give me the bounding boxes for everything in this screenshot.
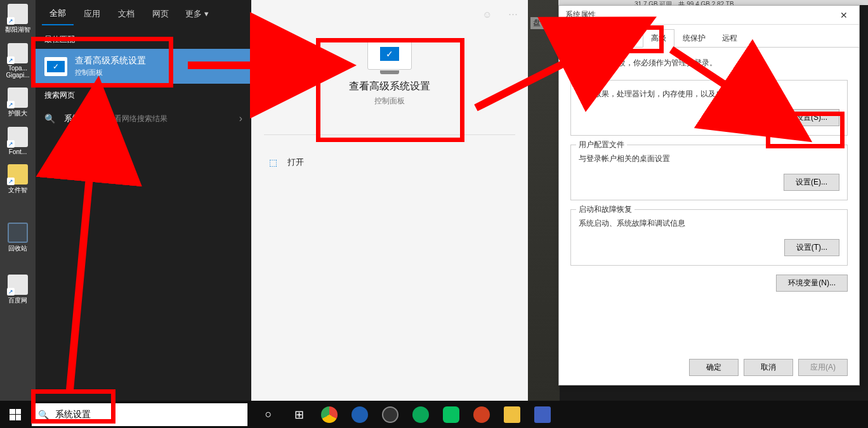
desktop-icon[interactable]: ↗ 鄱阳湖智 bbox=[0, 1, 36, 41]
desktop-icon[interactable]: ↗ Topa... Gigapi... bbox=[0, 41, 36, 85]
search-tab-more[interactable]: 更多 ▾ bbox=[179, 3, 215, 25]
web-search-result[interactable]: 🔍 系统设置 - 查看网络搜索结果 › bbox=[36, 105, 251, 132]
system-settings-icon: ✓ bbox=[44, 57, 67, 76]
search-tab-all[interactable]: 全部 bbox=[42, 3, 74, 25]
desktop-icon-label: 护眼大 bbox=[8, 109, 27, 118]
taskbar-pinned-apps: ○ ⊞ bbox=[254, 401, 557, 428]
environment-variables-button[interactable]: 环境变量(N)... bbox=[776, 275, 848, 292]
user-profile-desc: 与登录帐户相关的桌面设置 bbox=[579, 153, 839, 165]
file-icon: ↗ bbox=[8, 43, 28, 63]
taskbar-search-box[interactable]: 🔍 bbox=[32, 403, 247, 426]
drive-label: 盘 (E:) bbox=[530, 17, 558, 29]
app-icon[interactable] bbox=[528, 401, 557, 428]
dialog-titlebar[interactable]: 系统属性 ✕ bbox=[559, 6, 859, 25]
desktop-background-peek bbox=[528, 0, 560, 401]
desktop-icon-label: 百度网 bbox=[8, 296, 27, 305]
taskbar: 🔍 ○ ⊞ bbox=[0, 401, 868, 428]
search-header-actions: ☺ ⋯ bbox=[478, 5, 522, 23]
tab-computer-name[interactable]: 计算机名 bbox=[564, 29, 611, 48]
task-view-icon[interactable]: ⊞ bbox=[284, 401, 313, 428]
startup-recovery-desc: 系统启动、系统故障和调试信息 bbox=[579, 217, 839, 230]
startup-recovery-fieldset: 启动和故障恢复 系统启动、系统故障和调试信息 设置(T)... bbox=[570, 209, 848, 265]
apply-button[interactable]: 应用(A) bbox=[798, 359, 848, 376]
startup-recovery-settings-button[interactable]: 设置(T)... bbox=[784, 239, 839, 256]
dialog-footer: 确定 取消 应用(A) bbox=[689, 359, 848, 376]
best-match-subtitle: 控制面板 bbox=[75, 68, 146, 77]
cancel-button[interactable]: 取消 bbox=[744, 359, 793, 376]
search-icon: 🔍 bbox=[44, 113, 55, 124]
app-icon[interactable] bbox=[467, 401, 496, 428]
tab-hardware[interactable]: 硬件 bbox=[611, 29, 643, 48]
explorer-top-strip: 31.7 GB 可用，共 99.4 GB 2.82 TB bbox=[558, 0, 868, 5]
dialog-title: 系统属性 bbox=[565, 10, 596, 20]
cortana-icon[interactable]: ○ bbox=[254, 401, 283, 428]
tab-advanced[interactable]: 高级 bbox=[643, 29, 674, 48]
search-tab-web[interactable]: 网页 bbox=[145, 3, 176, 25]
performance-settings-button[interactable]: 设置(S)... bbox=[784, 109, 839, 126]
more-options-icon[interactable]: ⋯ bbox=[504, 5, 522, 23]
tab-system-protection[interactable]: 统保护 bbox=[674, 29, 714, 48]
search-filter-tabs: 全部 应用 文档 网页 更多 ▾ bbox=[36, 0, 251, 28]
app-icon[interactable] bbox=[406, 401, 435, 428]
user-profile-legend: 用户配置文件 bbox=[576, 139, 627, 150]
performance-fieldset: 性能 视觉效果，处理器计划，内存使用，以及虚 设置(S)... bbox=[570, 80, 848, 136]
start-button[interactable] bbox=[0, 401, 30, 428]
performance-legend: 性能 bbox=[576, 75, 596, 86]
file-icon: ↗ bbox=[8, 88, 28, 108]
close-button[interactable]: ✕ bbox=[831, 7, 857, 23]
file-explorer-icon[interactable] bbox=[497, 401, 527, 428]
best-match-text: 查看高级系统设置 控制面板 bbox=[75, 55, 146, 77]
desktop-icon[interactable]: ↗ 文件智 bbox=[0, 162, 36, 201]
feedback-icon[interactable]: ☺ bbox=[478, 5, 496, 23]
start-search-panel: 全部 应用 文档 网页 更多 ▾ ☺ ⋯ 最佳匹配 ✓ 查看高级系统设置 控制面… bbox=[36, 0, 528, 401]
search-tab-docs[interactable]: 文档 bbox=[110, 3, 142, 25]
best-match-title: 查看高级系统设置 bbox=[75, 55, 146, 67]
search-icon: 🔍 bbox=[38, 410, 49, 420]
desktop-icon[interactable]: ↗ 护眼大 bbox=[0, 85, 36, 124]
file-icon: ↗ bbox=[8, 4, 28, 24]
section-web-title: 搜索网页 bbox=[36, 84, 251, 105]
taskbar-search-input[interactable] bbox=[55, 410, 241, 420]
desktop-icon-label: Gigapi... bbox=[6, 72, 29, 79]
desktop-icon-label: 鄱阳湖智 bbox=[5, 25, 30, 34]
desktop-icon-label: 文件智 bbox=[8, 186, 27, 195]
ok-button[interactable]: 确定 bbox=[689, 359, 739, 376]
app-icon[interactable] bbox=[345, 401, 374, 428]
tab-remote[interactable]: 远程 bbox=[714, 29, 746, 48]
wechat-icon[interactable] bbox=[437, 401, 466, 428]
desktop-icon-label: Font... bbox=[9, 148, 27, 155]
system-properties-dialog: 系统属性 ✕ 计算机名 硬件 高级 统保护 远程 要 行大多数更改，你必须作为管… bbox=[558, 5, 860, 386]
admin-note: 要 行大多数更改，你必须作为管理员登录。 bbox=[570, 58, 848, 68]
startup-recovery-legend: 启动和故障恢复 bbox=[576, 204, 635, 215]
more-label: 更多 bbox=[185, 9, 202, 18]
action-open-label: 打开 bbox=[287, 157, 304, 168]
desktop-icon-recycle-bin[interactable]: 回收站 bbox=[0, 220, 36, 259]
sysprops-tabs: 计算机名 硬件 高级 统保护 远程 bbox=[559, 25, 859, 48]
file-icon: ↗ bbox=[8, 127, 28, 147]
sysprops-body: 要 行大多数更改，你必须作为管理员登录。 性能 视觉效果，处理器计划，内存使用，… bbox=[559, 48, 859, 302]
desktop-icon[interactable]: ↗ 百度网 bbox=[0, 272, 36, 311]
folder-icon: ↗ bbox=[8, 164, 28, 185]
desktop-icon-label: Topa... bbox=[8, 65, 27, 72]
user-profile-fieldset: 用户配置文件 与登录帐户相关的桌面设置 设置(E)... bbox=[570, 145, 848, 200]
divider bbox=[264, 134, 515, 135]
open-icon: ⬚ bbox=[269, 157, 277, 167]
recycle-bin-icon bbox=[8, 223, 28, 243]
desktop: ↗ 鄱阳湖智 ↗ Topa... Gigapi... ↗ 护眼大 ↗ Font.… bbox=[0, 0, 36, 401]
search-tab-apps[interactable]: 应用 bbox=[76, 3, 108, 25]
windows-logo-icon bbox=[10, 409, 21, 420]
user-profile-settings-button[interactable]: 设置(E)... bbox=[784, 174, 839, 191]
desktop-icon-label: 回收站 bbox=[8, 244, 27, 253]
media-player-icon[interactable] bbox=[376, 401, 405, 428]
search-results-column: 全部 应用 文档 网页 更多 ▾ ☺ ⋯ 最佳匹配 ✓ 查看高级系统设置 控制面… bbox=[36, 0, 251, 401]
desktop-icon[interactable]: ↗ Font... bbox=[0, 124, 36, 162]
action-open[interactable]: ⬚ 打开 bbox=[251, 150, 528, 174]
detail-subtitle: 控制面板 bbox=[264, 96, 515, 107]
chevron-right-icon: › bbox=[239, 113, 242, 124]
web-search-term: 系统设置 bbox=[64, 113, 97, 123]
best-match-result[interactable]: ✓ 查看高级系统设置 控制面板 bbox=[36, 49, 251, 84]
web-search-hint: - 查看网络搜索结果 bbox=[100, 114, 168, 123]
file-icon: ↗ bbox=[8, 275, 28, 295]
section-best-match-title: 最佳匹配 bbox=[36, 28, 251, 49]
chrome-icon[interactable] bbox=[315, 401, 344, 428]
